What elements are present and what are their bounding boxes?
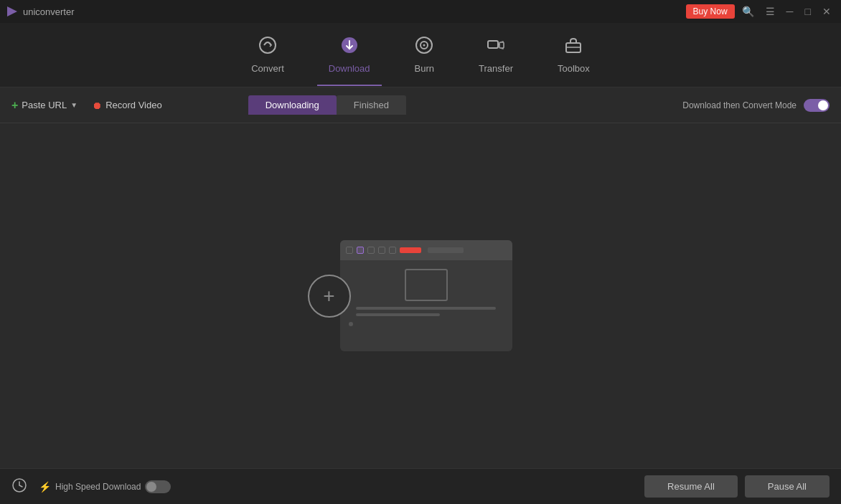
- browser-dot-4: [378, 247, 385, 254]
- resume-all-button[interactable]: Resume All: [644, 475, 738, 498]
- nav-item-toolbox[interactable]: Toolbox: [546, 30, 601, 80]
- plus-symbol: +: [323, 286, 334, 306]
- svg-rect-6: [488, 41, 498, 48]
- browser-dot-5: [389, 247, 396, 254]
- nav-item-burn[interactable]: Burn: [403, 30, 446, 80]
- svg-point-1: [260, 37, 276, 53]
- nav-item-transfer[interactable]: Transfer: [467, 30, 525, 80]
- toolbox-icon: [564, 36, 583, 59]
- nav-label-transfer: Transfer: [479, 63, 513, 74]
- record-icon: ⏺: [92, 100, 102, 111]
- high-speed-toggle[interactable]: [145, 480, 171, 493]
- title-left: uniconverter: [6, 5, 75, 18]
- nav-label-burn: Burn: [415, 63, 434, 74]
- svg-marker-0: [7, 6, 17, 16]
- plus-icon: +: [11, 99, 18, 112]
- browser-dot-3: [367, 247, 375, 254]
- tab-downloading[interactable]: Downloading: [248, 95, 337, 115]
- transfer-icon: [487, 36, 505, 59]
- schedule-button[interactable]: [11, 477, 27, 496]
- hs-toggle-knob: [146, 482, 156, 492]
- paste-url-label: Paste URL: [22, 100, 67, 110]
- schedule-icon: [11, 477, 27, 493]
- browser-url-bar: [400, 247, 421, 253]
- convert-mode-area: Download then Convert Mode: [682, 99, 830, 112]
- title-bar: uniconverter Buy Now 🔍 ☰ ─ □ ✕: [0, 0, 841, 23]
- record-video-label: Record Video: [105, 100, 162, 110]
- lightning-icon: ⚡: [39, 481, 51, 493]
- browser-dot-2: [357, 247, 364, 254]
- footer: ⚡ High Speed Download Resume All Pause A…: [0, 468, 841, 504]
- convert-mode-toggle[interactable]: [804, 99, 830, 112]
- svg-point-5: [423, 44, 426, 47]
- close-icon[interactable]: ✕: [818, 4, 835, 19]
- toggle-knob: [818, 100, 828, 110]
- nav-label-convert: Convert: [251, 63, 284, 74]
- browser-line-2: [356, 313, 440, 316]
- buy-now-button[interactable]: Buy Now: [686, 4, 735, 19]
- toolbar: + Paste URL ▼ ⏺ Record Video Downloading…: [0, 87, 841, 123]
- browser-top-bar: [340, 240, 512, 260]
- nav-label-toolbox: Toolbox: [558, 63, 590, 74]
- dropdown-arrow-icon: ▼: [70, 101, 77, 109]
- empty-state: +: [329, 240, 512, 351]
- convert-mode-label: Download then Convert Mode: [682, 100, 797, 110]
- nav-bar: Convert Download Burn: [0, 23, 841, 87]
- minimize-icon[interactable]: ─: [782, 4, 798, 19]
- maximize-icon[interactable]: □: [801, 4, 815, 19]
- convert-icon: [258, 36, 277, 59]
- pause-all-button[interactable]: Pause All: [745, 475, 830, 498]
- browser-bottom-dot: [349, 322, 353, 326]
- menu-icon[interactable]: ☰: [761, 4, 779, 19]
- app-logo-icon: [6, 5, 19, 18]
- nav-item-download[interactable]: Download: [317, 30, 382, 80]
- browser-illustration: [340, 240, 512, 351]
- browser-lines: [356, 307, 495, 316]
- tab-finished[interactable]: Finished: [337, 95, 406, 115]
- app-name: uniconverter: [23, 6, 75, 17]
- main-content: +: [0, 123, 841, 468]
- high-speed-area: ⚡ High Speed Download: [39, 480, 171, 493]
- search-icon[interactable]: 🔍: [738, 4, 758, 19]
- download-icon: [340, 36, 359, 59]
- high-speed-label: High Speed Download: [55, 482, 141, 492]
- browser-dot-1: [346, 247, 353, 254]
- add-download-button[interactable]: +: [308, 275, 351, 318]
- browser-video-placeholder: [405, 269, 448, 301]
- burn-icon: [415, 36, 433, 59]
- browser-line-1: [356, 307, 495, 310]
- browser-url-bar2: [428, 247, 464, 253]
- tabs-area: Downloading Finished: [248, 95, 406, 115]
- paste-url-button[interactable]: + Paste URL ▼: [11, 99, 77, 112]
- footer-right: Resume All Pause All: [644, 475, 830, 498]
- nav-item-convert[interactable]: Convert: [240, 30, 296, 80]
- footer-left: ⚡ High Speed Download: [11, 477, 171, 496]
- svg-rect-7: [499, 42, 504, 48]
- record-video-button[interactable]: ⏺ Record Video: [92, 100, 162, 111]
- browser-body: [340, 260, 512, 344]
- nav-label-download: Download: [329, 63, 370, 74]
- title-controls: Buy Now 🔍 ☰ ─ □ ✕: [686, 4, 835, 19]
